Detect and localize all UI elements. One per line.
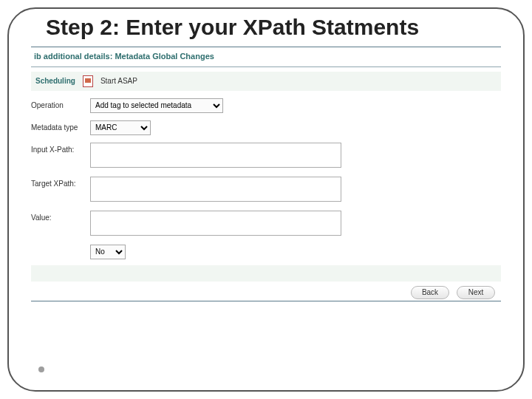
app-frame: ib additional details: Metadata Global C…	[31, 47, 501, 301]
button-row: Back Next	[31, 282, 501, 301]
breadcrumb: ib additional details: Metadata Global C…	[31, 47, 501, 67]
value-row: Value:	[31, 211, 501, 237]
target-xpath-textarea[interactable]	[90, 177, 341, 202]
metadata-type-label: Metadata type	[31, 120, 84, 132]
value-label: Value:	[31, 211, 84, 222]
scheduling-label: Scheduling	[35, 77, 75, 85]
next-button[interactable]: Next	[457, 286, 495, 299]
metadata-type-select[interactable]: MARC	[90, 120, 151, 135]
slide-frame: Step 2: Enter your XPath Statments ib ad…	[7, 7, 525, 392]
scheduling-text: Start ASAP	[100, 77, 137, 85]
metadata-type-row: Metadata type MARC	[31, 120, 501, 135]
value-textarea[interactable]	[90, 211, 341, 236]
slide-title: Step 2: Enter your XPath Statments	[31, 12, 501, 45]
form-area: Scheduling Start ASAP Operation Add tag …	[31, 67, 501, 301]
last-select[interactable]: No	[90, 245, 126, 259]
target-xpath-row: Target XPath:	[31, 177, 501, 203]
last-row: No	[31, 245, 501, 259]
input-xpath-label: Input X-Path:	[31, 143, 84, 154]
operation-select[interactable]: Add tag to selected metadata	[90, 98, 223, 113]
input-xpath-row: Input X-Path:	[31, 143, 501, 169]
operation-label: Operation	[31, 98, 84, 109]
input-xpath-textarea[interactable]	[90, 143, 341, 168]
operation-row: Operation Add tag to selected metadata	[31, 98, 501, 113]
target-xpath-label: Target XPath:	[31, 177, 84, 188]
last-label	[31, 245, 84, 248]
footer-bar	[31, 265, 501, 282]
back-button[interactable]: Back	[411, 286, 449, 299]
pdf-icon[interactable]	[83, 75, 93, 87]
bullet-icon	[38, 366, 44, 372]
scheduling-row: Scheduling Start ASAP	[31, 72, 501, 91]
